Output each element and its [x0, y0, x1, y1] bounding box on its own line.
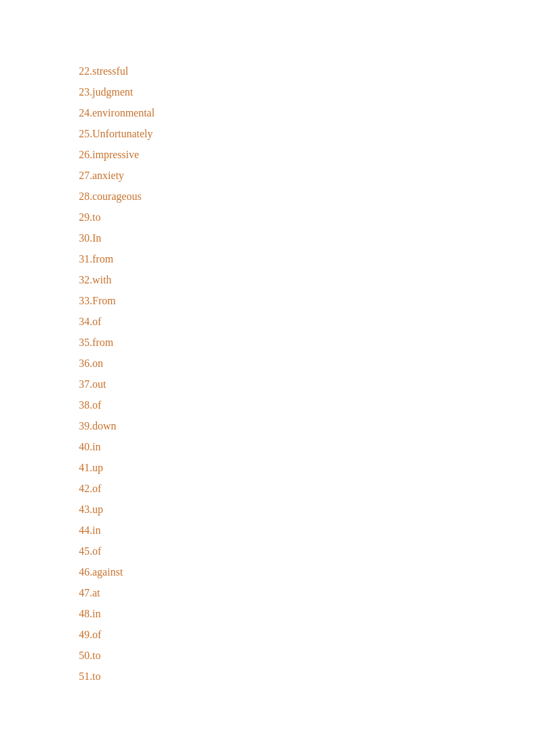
list-item: 45.of — [79, 541, 535, 561]
list-item: 47.at — [79, 582, 535, 603]
list-item: 31.from — [79, 248, 535, 269]
list-item: 46.against — [79, 561, 535, 582]
list-item: 32.with — [79, 269, 535, 290]
list-item: 36.on — [79, 353, 535, 374]
list-item: 29.to — [79, 207, 535, 228]
list-item: 37.out — [79, 374, 535, 394]
list-item: 25.Unfortunately — [79, 123, 535, 144]
list-item: 41.up — [79, 457, 535, 478]
list-item: 34.of — [79, 311, 535, 332]
list-item: 22.stressful — [79, 61, 535, 81]
list-item: 35.from — [79, 332, 535, 353]
list-item: 42.of — [79, 478, 535, 499]
list-item: 49.of — [79, 624, 535, 645]
list-item: 27.anxiety — [79, 165, 535, 186]
list-item: 30.In — [79, 228, 535, 248]
list-item: 26.impressive — [79, 144, 535, 165]
list-item: 51.to — [79, 666, 535, 687]
list-item: 24.environmental — [79, 102, 535, 123]
list-item: 44.in — [79, 520, 535, 541]
list-item: 40.in — [79, 436, 535, 457]
word-list: 22.stressful23.judgment24.environmental2… — [79, 61, 535, 687]
list-item: 28.courageous — [79, 186, 535, 207]
list-item: 38.of — [79, 394, 535, 415]
list-item: 50.to — [79, 645, 535, 666]
list-item: 48.in — [79, 603, 535, 624]
list-item: 39.down — [79, 415, 535, 436]
list-item: 23.judgment — [79, 81, 535, 102]
list-item: 43.up — [79, 499, 535, 520]
list-item: 33.From — [79, 290, 535, 311]
